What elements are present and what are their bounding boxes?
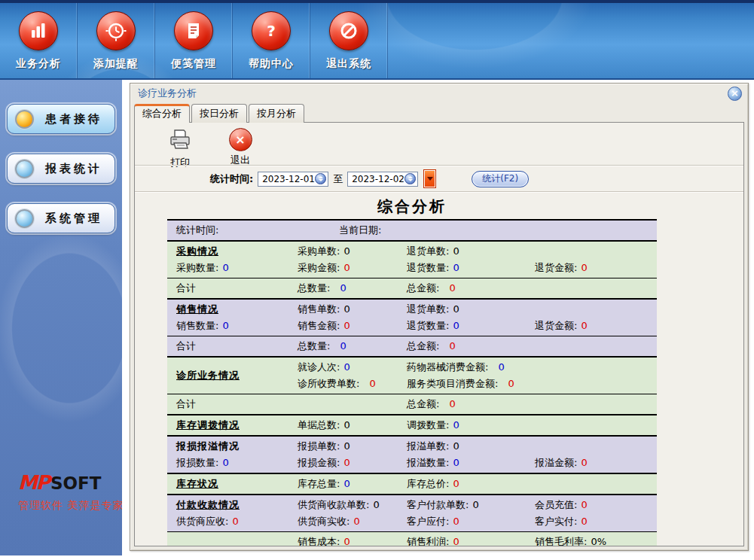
cell-label: 总数量:	[298, 280, 330, 297]
print-button[interactable]: 打印	[163, 128, 197, 169]
top-toolbar: 业务分析 添加提醒 便笺管理 ? 帮助中心 退出系统	[0, 0, 754, 80]
report-cell: 销售情况	[176, 301, 298, 318]
cell-label: 库存调拨情况	[176, 417, 240, 434]
report-area: 综合分析 统计时间:当前日期:采购情况采购单数:0退货单数:0采购数量:0采购金…	[135, 193, 743, 546]
cell-label: 销售数量:	[176, 318, 218, 334]
cell-label: 总金额:	[407, 280, 439, 297]
cell-label: 报损单数:	[298, 438, 340, 455]
report-cell: 报溢金额:0	[535, 455, 654, 471]
toolbar-help-center-button[interactable]: ? 帮助中心	[233, 3, 310, 78]
cell-label: 调拨数量:	[407, 417, 449, 434]
window-toolbar: 打印 × 退出	[135, 123, 743, 165]
sidebar-item-report-statistics[interactable]: 报表统计	[7, 154, 115, 184]
cell-value: 0	[453, 301, 459, 318]
report-cell: 销售利润:0	[407, 534, 535, 546]
cell-label: 退货数量:	[407, 260, 449, 276]
cell-label: 诊所收费单数:	[298, 376, 359, 392]
report-cell: 合计	[176, 396, 298, 412]
cell-value: 0	[343, 455, 350, 471]
cell-label: 库存总价:	[407, 476, 449, 492]
cell-label: 总数量:	[298, 338, 330, 355]
cell-label: 报损金额:	[298, 455, 340, 471]
report-cell: 调拨数量:0	[407, 417, 535, 434]
window-title: 诊疗业务分析	[138, 87, 197, 100]
report-section: 库存状况库存总量:0库存总价:0	[167, 473, 657, 494]
cell-label: 退货单数:	[407, 301, 449, 318]
report-cell: 客户实付:0	[535, 513, 654, 530]
date-spinner-icon[interactable]	[315, 173, 326, 184]
blue-sphere-icon	[15, 209, 34, 228]
cell-label: 退货单数:	[407, 243, 449, 260]
bar-chart-icon	[19, 11, 58, 50]
cell-label: 供货商应收:	[176, 513, 228, 530]
cell-label: 销售金额:	[298, 318, 340, 334]
cell-value: 0	[449, 280, 455, 297]
cell-label: 退货金额:	[535, 318, 577, 334]
cell-label: 报损报溢情况	[176, 438, 240, 455]
cell-label: 销售单数:	[298, 301, 340, 318]
cell-label: 销售成本:	[298, 534, 340, 546]
report-section: 采购情况采购单数:0退货单数:0采购数量:0采购金额:0退货数量:0退货金额:0	[167, 240, 657, 278]
cell-value: 0	[343, 243, 350, 260]
report-cell: 客户应付:0	[407, 513, 535, 530]
sidebar-item-patient-reception[interactable]: 患者接待	[7, 104, 115, 134]
report-cell: 供货商收款单数:0	[298, 497, 407, 513]
report-cell: 报损金额:0	[298, 455, 407, 471]
cell-label: 服务类项目消费金额:	[407, 376, 498, 392]
cell-value: 0	[453, 513, 459, 530]
date-to-input[interactable]: 2023-12-02	[347, 172, 418, 187]
date-dropdown-button[interactable]	[424, 170, 435, 187]
cell-label: 采购情况	[176, 243, 218, 260]
report-cell: 采购单数:0	[298, 243, 407, 260]
toolbar-notes-button[interactable]: 便笺管理	[155, 3, 233, 78]
report-cell: 采购情况	[176, 243, 298, 260]
cell-value: 0%	[591, 534, 606, 546]
cell-label: 单据总数:	[298, 417, 340, 434]
cell-label: 合计	[176, 396, 196, 412]
cell-label: 当前日期:	[339, 222, 381, 239]
cell-label: 统计时间:	[176, 222, 218, 239]
cell-value: 0	[453, 243, 459, 260]
tab-daily-analysis[interactable]: 按日分析	[191, 104, 247, 123]
exit-button[interactable]: × 退出	[224, 128, 257, 167]
date-from-value: 2023-12-01	[262, 174, 315, 184]
report-cell: 诊所收费单数:0	[298, 376, 407, 392]
tab-monthly-analysis[interactable]: 按月分析	[249, 104, 304, 123]
date-to-value: 2023-12-02	[352, 174, 404, 184]
cell-label: 药物器械消费金额:	[407, 359, 488, 376]
report-cell: 采购数量:0	[176, 260, 298, 276]
cell-value: 0	[581, 455, 587, 471]
report-cell: 报溢数量:0	[407, 455, 535, 471]
toolbar-label: 业务分析	[16, 57, 61, 71]
report-cell: 当前日期:	[339, 222, 654, 239]
report-cell: 报损单数:0	[298, 438, 407, 455]
cell-label: 采购金额:	[298, 260, 340, 276]
toolbar-business-analysis-button[interactable]: 业务分析	[0, 3, 78, 78]
filter-bar: 统计时间: 2023-12-01 至 2023-12-02 统计(F2)	[135, 166, 743, 191]
cell-label: 采购数量:	[176, 260, 218, 276]
sidebar-item-label: 患者接待	[45, 112, 102, 126]
cell-value: 0	[453, 455, 459, 471]
cell-value: 0	[449, 338, 455, 355]
cell-value: 0	[222, 455, 228, 471]
cell-value: 0	[581, 318, 587, 334]
printer-icon	[167, 128, 193, 154]
cell-label: 销售情况	[176, 301, 218, 318]
cell-label: 报溢单数:	[407, 438, 449, 455]
toolbar-exit-system-button[interactable]: 退出系统	[310, 3, 388, 78]
window-titlebar: 诊疗业务分析 ×	[130, 84, 748, 103]
close-icon[interactable]: ×	[728, 87, 742, 101]
cell-value: 0	[449, 396, 455, 412]
cell-value: 0	[472, 497, 478, 513]
cell-value: 0	[581, 260, 587, 276]
date-spinner-icon[interactable]	[404, 173, 416, 184]
date-from-input[interactable]: 2023-12-01	[258, 172, 328, 187]
tab-content: 打印 × 退出 统计时间: 2023-12-01	[134, 122, 744, 546]
cell-label: 退货金额:	[535, 260, 577, 276]
report-section: 统计时间:当前日期:	[167, 221, 657, 240]
toolbar-add-reminder-button[interactable]: 添加提醒	[78, 3, 155, 78]
tab-comprehensive-analysis[interactable]: 综合分析	[134, 104, 190, 123]
statistics-button[interactable]: 统计(F2)	[472, 171, 529, 187]
report-section: 付款收款情况供货商收款单数:0客户付款单数:0会员充值:0供货商应收:0供货商实…	[167, 494, 657, 531]
sidebar-item-system-management[interactable]: 系统管理	[7, 203, 115, 233]
